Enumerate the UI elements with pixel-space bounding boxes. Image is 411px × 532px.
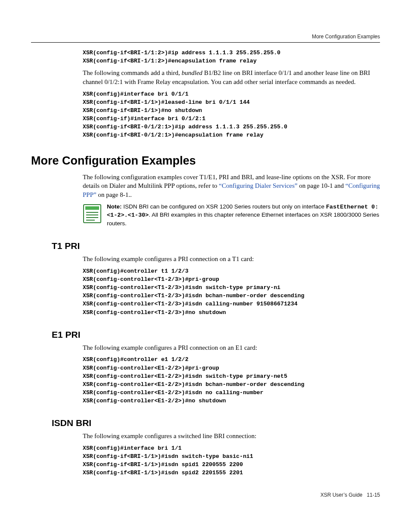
- code-block-isdn-bri: XSR(config)#interface bri 1/1 XSR(config…: [83, 444, 380, 477]
- e1-pri-body: The following example configures a PRI c…: [83, 343, 380, 405]
- note-label: Note:: [107, 203, 122, 210]
- more-para-mid: on page 10-1 and: [298, 182, 346, 189]
- running-header: More Configuration Examples: [31, 34, 380, 40]
- svg-rect-1: [85, 206, 99, 210]
- footer-pagenum: 11-15: [367, 492, 380, 498]
- link-dialer-services[interactable]: “Configuring Dialer Services”: [219, 182, 297, 189]
- code-block-intro: XSR(config)#interface bri 0/1/1 XSR(conf…: [83, 90, 380, 140]
- e1-pri-para: The following example configures a PRI c…: [83, 343, 380, 352]
- intro-text-italic: bundled: [182, 69, 202, 76]
- intro-text-pre: The following commands add a third,: [83, 69, 182, 76]
- code-block-top: XSR(config-if<BRI-1/1:2>)#ip address 1.1…: [83, 49, 380, 65]
- intro-block: XSR(config-if<BRI-1/1:2>)#ip address 1.1…: [83, 49, 380, 140]
- note-row: Note: ISDN BRI can be configured on XSR …: [83, 203, 380, 228]
- more-config-body: The following configuration examples cov…: [83, 173, 380, 228]
- t1-pri-body: The following example configures a PRI c…: [83, 255, 380, 317]
- heading-t1-pri: T1 PRI: [52, 241, 380, 251]
- heading-isdn-bri: ISDN BRI: [52, 418, 380, 428]
- intro-paragraph: The following commands add a third, bund…: [83, 68, 380, 86]
- isdn-bri-para: The following example configures a switc…: [83, 432, 380, 441]
- footer: XSR User’s Guide 11-15: [31, 492, 380, 498]
- note-icon: [83, 204, 102, 224]
- note-text: Note: ISDN BRI can be configured on XSR …: [107, 203, 380, 228]
- header-rule: [31, 42, 380, 43]
- heading-e1-pri: E1 PRI: [52, 330, 380, 340]
- page: More Configuration Examples XSR(config-i…: [0, 0, 411, 524]
- footer-guide: XSR User’s Guide: [321, 492, 363, 498]
- isdn-bri-body: The following example configures a switc…: [83, 432, 380, 477]
- more-config-para: The following configuration examples cov…: [83, 173, 380, 199]
- heading-more-config: More Configuration Examples: [31, 154, 380, 168]
- code-block-t1-pri: XSR(config)#controller t1 1/2/3 XSR(conf…: [83, 267, 380, 317]
- more-para-post: on page 8-1..: [97, 191, 132, 198]
- note-text1: ISDN BRI can be configured on XSR 1200 S…: [122, 203, 326, 210]
- code-block-e1-pri: XSR(config)#controller e1 1/2/2 XSR(conf…: [83, 355, 380, 405]
- t1-pri-para: The following example configures a PRI c…: [83, 255, 380, 264]
